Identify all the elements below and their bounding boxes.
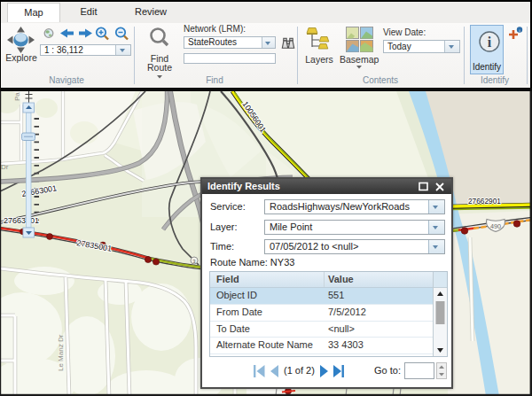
svg-text:27663101: 27663101 [4,216,39,225]
svg-text:Pa: Pa [13,92,21,101]
svg-text:27662901: 27662901 [468,197,501,206]
svg-text:i: i [488,35,492,50]
svg-text:490: 490 [490,222,501,230]
svg-text:Le Manz Dr: Le Manz Dr [57,334,65,371]
svg-text:Dr: Dr [1,163,9,171]
